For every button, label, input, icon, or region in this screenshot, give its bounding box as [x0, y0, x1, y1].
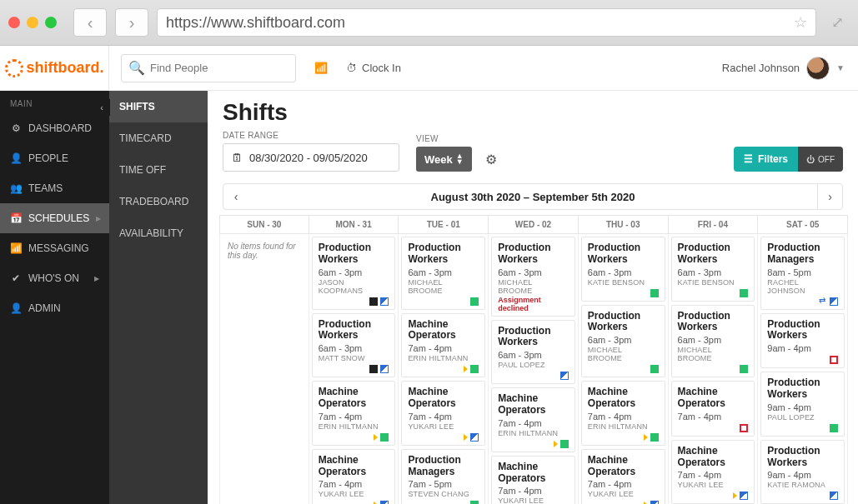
- filters-button[interactable]: ☰ Filters: [734, 147, 798, 172]
- bookmark-icon[interactable]: ☆: [794, 13, 807, 32]
- shift-time: 7am - 4pm: [678, 470, 749, 480]
- minimize-window[interactable]: [27, 17, 38, 28]
- sidebar-item-who-s-on[interactable]: ✔WHO'S ON▶: [0, 263, 109, 293]
- shift-time: 6am - 3pm: [319, 343, 389, 353]
- swap-icon: ⇄: [819, 297, 827, 306]
- shift-card[interactable]: Machine Operators7am - 4pmERIN HILTMANN: [491, 387, 575, 452]
- shift-person: YUKARI LEE: [678, 481, 749, 489]
- sidebar-item-dashboard[interactable]: ⚙DASHBOARD: [0, 113, 109, 143]
- sidebar-item-messaging[interactable]: 📶MESSAGING: [0, 233, 109, 263]
- shift-card[interactable]: Machine Operators7am - 4pmYUKARI LEE: [401, 381, 485, 446]
- shift-badges: [678, 424, 749, 432]
- shift-card[interactable]: Production Workers9am - 4pmKATIE RAMONA: [760, 440, 845, 504]
- maximize-window[interactable]: [45, 17, 57, 28]
- shift-card[interactable]: Machine Operators7am - 4pmYUKARI LEE: [581, 449, 665, 504]
- daterange-input[interactable]: 🗓 08/30/2020 - 09/05/2020: [223, 143, 399, 172]
- shift-card[interactable]: Machine Operators7am - 4pmERIN HILTMANN: [581, 381, 665, 446]
- shift-card[interactable]: Production Workers6am - 3pmMICHAEL BROOM…: [581, 305, 665, 378]
- url-bar[interactable]: https://www.shiftboard.com ☆: [157, 8, 816, 37]
- user-menu[interactable]: Rachel Johnson ▼: [722, 57, 845, 80]
- shift-card[interactable]: Production Workers6am - 3pmPAUL LOPEZ: [491, 320, 575, 385]
- day-header: SUN - 30: [219, 215, 309, 234]
- subsidebar-item-timecard[interactable]: TIMECARD: [109, 122, 208, 154]
- status-badge-icon: [650, 289, 659, 297]
- shift-card[interactable]: Production Workers6am - 3pmMICHAEL BROOM…: [671, 305, 755, 378]
- shift-card[interactable]: Production Workers6am - 3pmKATIE BENSON: [671, 237, 755, 302]
- window-controls: [8, 17, 57, 28]
- shift-card[interactable]: Production Workers6am - 3pmMATT SNOW: [312, 313, 396, 378]
- forward-button[interactable]: ›: [115, 8, 148, 37]
- prev-week-button[interactable]: ‹: [223, 184, 248, 209]
- shift-card[interactable]: Production Managers8am - 5pmRACHEL JOHNS…: [760, 237, 845, 310]
- subsidebar-item-availability[interactable]: AVAILABILITY: [109, 217, 208, 249]
- subsidebar-item-time-off[interactable]: TIME OFF: [109, 154, 208, 186]
- nav-icon: 📅: [10, 212, 22, 224]
- shift-card[interactable]: Machine Operators7am - 4pmERIN HILTMANN: [401, 313, 485, 378]
- sidebar-item-label: DASHBOARD: [28, 122, 92, 134]
- shift-card[interactable]: Production Workers6am - 3pmMICHAEL BROOM…: [401, 237, 485, 310]
- shift-badges: [319, 297, 389, 306]
- status-badge-icon: [830, 424, 838, 432]
- shift-badges: [767, 424, 838, 432]
- sidebar-item-people[interactable]: 👤PEOPLE: [0, 143, 109, 173]
- day-column: Production Workers6am - 3pmJASON KOOPMAN…: [309, 234, 399, 504]
- shift-title: Production Workers: [319, 242, 389, 266]
- shift-title: Production Workers: [319, 319, 389, 342]
- brand-logo[interactable]: shiftboard.: [0, 46, 109, 90]
- shift-card[interactable]: Production Managers7am - 5pmSTEVEN CHANG: [401, 449, 485, 504]
- sidebar-item-teams[interactable]: 👥TEAMS: [0, 173, 109, 203]
- shift-card[interactable]: Production Workers6am - 3pmKATIE BENSON: [581, 237, 665, 302]
- shift-card[interactable]: Machine Operators7am - 4pmYUKARI LEE: [671, 440, 755, 504]
- day-header: SAT - 05: [758, 215, 848, 234]
- shift-time: 7am - 4pm: [498, 486, 569, 496]
- sidebar-item-admin[interactable]: 👤ADMIN: [0, 293, 109, 323]
- shift-badges: [588, 501, 659, 504]
- shift-card[interactable]: Machine Operators7am - 4pmYUKARI LEE: [491, 456, 575, 504]
- search-box[interactable]: 🔍: [121, 54, 296, 82]
- view-select[interactable]: Week ▲▼: [416, 147, 472, 172]
- back-button[interactable]: ‹: [73, 8, 107, 37]
- status-badge-icon: [369, 297, 378, 306]
- status-badge-icon: [740, 365, 748, 373]
- sidebar-item-schedules[interactable]: 📅SCHEDULES▶: [0, 203, 109, 233]
- shift-card[interactable]: Machine Operators7am - 4pmYUKARI LEE: [312, 449, 396, 504]
- shift-card[interactable]: Production Workers9am - 4pm: [760, 313, 845, 369]
- status-badge-icon: [380, 433, 389, 442]
- day-header: THU - 03: [579, 215, 669, 234]
- settings-button[interactable]: ⚙: [479, 147, 504, 172]
- shift-time: 9am - 4pm: [767, 470, 838, 480]
- shift-title: Machine Operators: [678, 387, 749, 410]
- filters-off-toggle[interactable]: ⏻ OFF: [798, 147, 843, 172]
- clockin-action[interactable]: ⏱ Clock In: [346, 62, 401, 74]
- logo-mark-icon: [5, 59, 23, 77]
- day-header: WED - 02: [489, 215, 579, 234]
- shift-title: Production Workers: [588, 242, 659, 266]
- shift-card[interactable]: Machine Operators7am - 4pmERIN HILTMANN: [312, 381, 396, 446]
- subsidebar-item-tradeboard[interactable]: TRADEBOARD: [109, 186, 208, 217]
- subsidebar-item-shifts[interactable]: SHIFTS: [109, 91, 208, 122]
- collapse-sidebar[interactable]: ‹: [93, 99, 110, 116]
- next-week-button[interactable]: ›: [817, 184, 842, 209]
- shift-badges: [767, 492, 838, 500]
- shift-badges: [319, 501, 389, 504]
- status-badge-icon: [830, 492, 838, 500]
- shift-person: PAUL LOPEZ: [767, 413, 838, 422]
- shift-title: Machine Operators: [408, 319, 479, 342]
- broadcast-action[interactable]: 📶: [314, 62, 328, 74]
- search-input[interactable]: [150, 62, 290, 74]
- shift-card[interactable]: Production Workers6am - 3pmMICHAEL BROOM…: [491, 237, 575, 317]
- close-window[interactable]: [8, 17, 20, 28]
- status-badge-icon: [560, 372, 569, 380]
- shift-time: 7am - 4pm: [319, 412, 389, 422]
- nav-icon: 👥: [10, 182, 22, 194]
- shift-card[interactable]: Machine Operators7am - 4pm: [671, 381, 755, 437]
- daterange-label: DATE RANGE: [223, 131, 399, 140]
- shift-person: ERIN HILTMANN: [588, 422, 659, 431]
- shift-card[interactable]: Production Workers6am - 3pmJASON KOOPMAN…: [312, 237, 396, 310]
- shift-badges: [678, 289, 749, 297]
- nav-icon: 👤: [10, 152, 22, 164]
- fullscreen-icon[interactable]: ⤢: [825, 13, 850, 32]
- shift-title: Machine Operators: [678, 446, 749, 469]
- shift-title: Machine Operators: [588, 455, 659, 478]
- shift-card[interactable]: Production Workers9am - 4pmPAUL LOPEZ: [760, 372, 845, 437]
